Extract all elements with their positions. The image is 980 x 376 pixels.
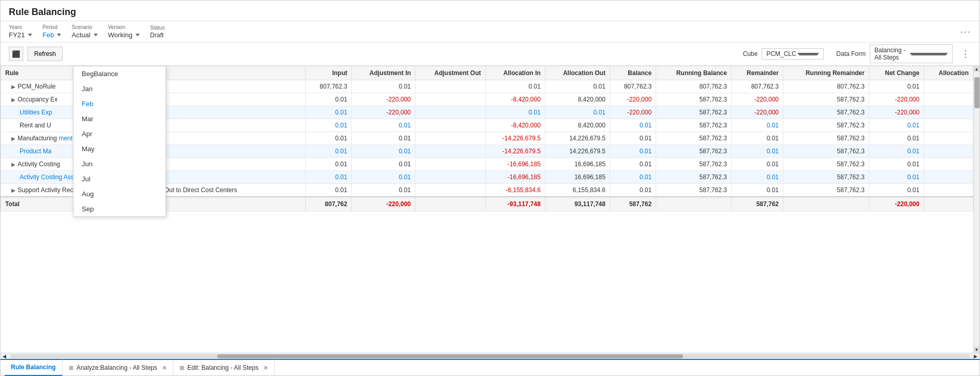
tab-bar: Rule Balancing ⊞ Analyze:Balancing - All… <box>1 359 979 375</box>
cell-adj-in: 0.01 <box>352 80 415 93</box>
cell-adj-in: 0.01 <box>352 184 415 197</box>
col-alloc-out: Allocation Out <box>545 66 610 80</box>
hscroll-thumb[interactable] <box>217 354 683 358</box>
tab-analyze-label: Analyze:Balancing - All Steps <box>77 364 157 371</box>
footer-adj-in: -220,000 <box>352 197 415 211</box>
cell-running-balance: 587,762.3 <box>656 184 732 197</box>
vertical-scrollbar[interactable]: ▲ ▼ <box>973 66 979 353</box>
years-label: Years <box>9 24 32 30</box>
dropdown-item-apr[interactable]: Apr <box>73 126 166 141</box>
period-label: Period <box>42 24 61 30</box>
cell-input: 0.01 <box>306 93 352 106</box>
dropdown-item-jun[interactable]: Jun <box>73 156 166 171</box>
scroll-down-icon[interactable]: ▼ <box>974 346 979 353</box>
status-value: Draft <box>150 32 165 39</box>
cell-running-remainder: 587,762.3 <box>783 145 869 158</box>
cell-alloc-in: 0.01 <box>485 106 545 119</box>
toolbar: Years FY21 Period Feb Scenario Actual Ve… <box>1 21 979 42</box>
dataform-select[interactable]: Balancing - All Steps <box>870 45 953 63</box>
cell-balance: -220,000 <box>610 106 656 119</box>
dropdown-item-may[interactable]: May <box>73 141 166 156</box>
footer-adj-out <box>415 197 485 211</box>
col-adj-in: Adjustment In <box>352 66 415 80</box>
cell-adj-out <box>415 80 485 93</box>
scroll-left-icon[interactable]: ◀ <box>1 354 8 359</box>
footer-net-change: -220,000 <box>869 197 924 211</box>
footer-running-remainder <box>783 197 869 211</box>
dropdown-item-feb[interactable]: Feb <box>73 96 166 111</box>
version-label: Version <box>108 24 140 30</box>
col-net-change: Net Change <box>869 66 924 80</box>
tab-edit-close-icon[interactable]: × <box>263 364 268 372</box>
tab-analyze-balancing[interactable]: ⊞ Analyze:Balancing - All Steps × <box>63 359 173 376</box>
status-group: Status Draft <box>150 25 165 39</box>
dropdown-item-begbalance[interactable]: BegBalance <box>73 66 166 81</box>
tab-rule-balancing[interactable]: Rule Balancing <box>5 359 63 376</box>
cell-adj-in: -220,000 <box>352 106 415 119</box>
cell-allocation <box>924 119 973 132</box>
cell-adj-in: 0.01 <box>352 132 415 145</box>
period-group: Period Feb <box>42 24 61 39</box>
dropdown-item-aug[interactable]: Aug <box>73 186 166 201</box>
cell-input: 0.01 <box>306 158 352 171</box>
col-remainder: Remainder <box>731 66 783 80</box>
cell-net-change: 0.01 <box>869 132 924 145</box>
cell-input: 0.01 <box>306 145 352 158</box>
scroll-thumb[interactable] <box>974 77 979 108</box>
cube-select[interactable]: PCM_CLC <box>762 48 824 60</box>
cell-alloc-out: 6,155,834.6 <box>545 184 610 197</box>
dropdown-item-jul[interactable]: Jul <box>73 171 166 186</box>
col-allocation: Allocation <box>924 66 973 80</box>
hscroll-track <box>10 354 970 358</box>
cell-allocation <box>924 132 973 145</box>
footer-alloc-in: -93,117,748 <box>485 197 545 211</box>
dropdown-item-jan[interactable]: Jan <box>73 81 166 96</box>
cell-running-remainder: 587,762.3 <box>783 171 869 184</box>
horizontal-scrollbar[interactable]: ◀ ▶ <box>1 353 979 359</box>
cell-adj-out <box>415 132 485 145</box>
dropdown-item-sep[interactable]: Sep <box>73 201 166 216</box>
cell-alloc-in: -16,696,185 <box>485 158 545 171</box>
scenario-value: Actual <box>71 31 90 39</box>
refresh-button[interactable]: Refresh <box>27 47 63 61</box>
cell-net-change: 0.01 <box>869 145 924 158</box>
scroll-up-icon[interactable]: ▲ <box>974 66 979 72</box>
scroll-right-icon[interactable]: ▶ <box>972 354 979 359</box>
cell-allocation <box>924 171 973 184</box>
cell-adj-in: 0.01 <box>352 119 415 132</box>
cell-remainder: 0.01 <box>731 171 783 184</box>
scenario-select[interactable]: Actual <box>71 31 97 39</box>
footer-running-balance <box>656 197 732 211</box>
cell-alloc-out: 14,226,679.5 <box>545 132 610 145</box>
scenario-arrow-icon <box>94 34 98 36</box>
cell-remainder: 0.01 <box>731 145 783 158</box>
tab-edit-balancing[interactable]: ⊞ Edit: Balancing - All Steps × <box>173 359 275 376</box>
page-title: Rule Balancing <box>9 7 76 17</box>
cell-allocation <box>924 158 973 171</box>
period-select[interactable]: Feb <box>42 31 61 39</box>
scenario-label: Scenario <box>71 24 97 30</box>
col-running-remainder: Running Remainder <box>783 66 869 80</box>
cell-running-balance: 587,762.3 <box>656 171 732 184</box>
version-select[interactable]: Working <box>108 31 140 39</box>
version-arrow-icon <box>136 34 140 36</box>
cell-balance: -220,000 <box>610 93 656 106</box>
cell-remainder: -220,000 <box>731 93 783 106</box>
cell-remainder: 0.01 <box>731 132 783 145</box>
period-dropdown[interactable]: BegBalance Jan Feb Mar Apr May Jun Jul A… <box>73 66 166 217</box>
years-select[interactable]: FY21 <box>9 31 32 39</box>
cell-alloc-out: 14,226,679.5 <box>545 145 610 158</box>
cell-remainder: 807,762.3 <box>731 80 783 93</box>
cell-alloc-in: -14,226,679.5 <box>485 145 545 158</box>
collapse-icon[interactable]: ⬛ <box>9 47 23 61</box>
toolbar-more-icon[interactable]: ··· <box>960 26 971 37</box>
cell-allocation <box>924 145 973 158</box>
actionbar-more-icon[interactable]: ⋮ <box>961 48 971 60</box>
period-arrow-icon <box>57 34 61 36</box>
tab-analyze-close-icon[interactable]: × <box>162 364 167 372</box>
cell-input: 0.01 <box>306 184 352 197</box>
dropdown-item-mar[interactable]: Mar <box>73 111 166 126</box>
cell-input: 0.01 <box>306 106 352 119</box>
period-value: Feb <box>42 31 54 39</box>
action-bar: ⬛ Refresh Cube PCM_CLC Data Form Balanci… <box>1 42 979 66</box>
